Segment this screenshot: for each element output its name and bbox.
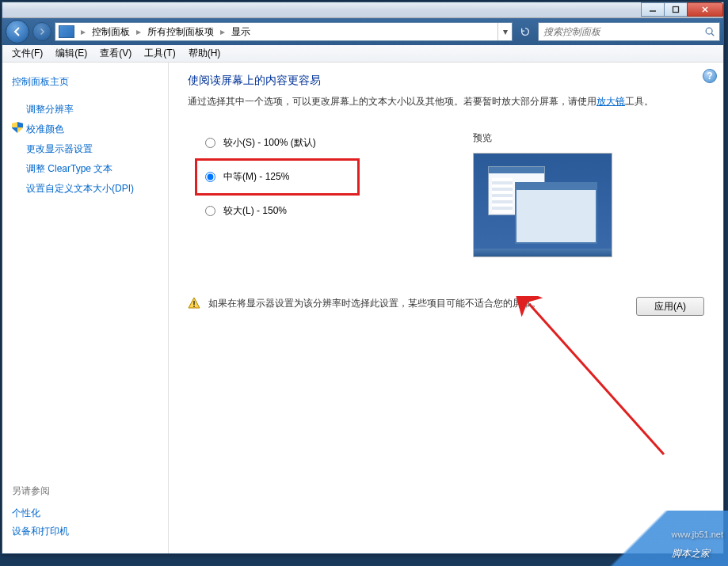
size-options: 较小(S) - 100% (默认) 中等(M) - 125% 较大(L) - 1… bbox=[188, 131, 473, 257]
window-buttons bbox=[642, 2, 723, 17]
titlebar bbox=[2, 2, 723, 18]
chevron-right-icon[interactable]: ▸ bbox=[78, 26, 89, 37]
menu-edit[interactable]: 编辑(E) bbox=[49, 45, 93, 62]
radio-large[interactable] bbox=[205, 206, 215, 216]
option-small-label: 较小(S) - 100% (默认) bbox=[223, 136, 316, 150]
sidebar-related-devices[interactable]: 设备和打印机 bbox=[12, 522, 158, 541]
svg-point-7 bbox=[193, 306, 195, 307]
content-area: 控制面板主页 调整分辨率 校准颜色 更改显示器设置 调整 ClearType 文… bbox=[2, 63, 723, 553]
option-large[interactable]: 较大(L) - 150% bbox=[202, 199, 473, 222]
sidebar-link-dpi[interactable]: 设置自定义文本大小(DPI) bbox=[12, 179, 158, 199]
breadcrumb-leaf[interactable]: 显示 bbox=[228, 23, 253, 40]
address-bar[interactable]: ▸ 控制面板 ▸ 所有控制面板项 ▸ 显示 ▾ bbox=[55, 22, 513, 41]
sidebar-link-display-settings[interactable]: 更改显示器设置 bbox=[12, 139, 158, 159]
main-panel: ? 使阅读屏幕上的内容更容易 通过选择其中一个选项，可以更改屏幕上的文本大小以及… bbox=[169, 63, 723, 553]
preview-taskbar bbox=[474, 249, 612, 256]
control-panel-window: ▸ 控制面板 ▸ 所有控制面板项 ▸ 显示 ▾ 文件(F) 编辑(E) 查看(V… bbox=[2, 2, 724, 554]
page-title: 使阅读屏幕上的内容更容易 bbox=[188, 74, 704, 88]
sidebar-link-cleartype[interactable]: 调整 ClearType 文本 bbox=[12, 159, 158, 179]
search-icon[interactable] bbox=[700, 26, 719, 37]
preview-window-front bbox=[515, 182, 597, 244]
warning-icon bbox=[188, 297, 200, 310]
annotation-arrow bbox=[513, 296, 688, 470]
warning-row: 如果在将显示器设置为该分辨率时选择此设置，某些项目可能不适合您的屏幕。 应用(A… bbox=[188, 297, 704, 316]
search-box[interactable] bbox=[538, 22, 720, 41]
sidebar-link-resolution[interactable]: 调整分辨率 bbox=[12, 100, 158, 120]
preview-image bbox=[473, 153, 612, 257]
breadcrumb-root[interactable]: 控制面板 bbox=[89, 23, 133, 40]
option-small[interactable]: 较小(S) - 100% (默认) bbox=[202, 131, 473, 154]
sidebar-home[interactable]: 控制面板主页 bbox=[12, 75, 158, 89]
menu-help[interactable]: 帮助(H) bbox=[182, 45, 227, 62]
nav-forward-button[interactable] bbox=[32, 22, 51, 41]
radio-medium[interactable] bbox=[205, 172, 215, 182]
chevron-right-icon[interactable]: ▸ bbox=[133, 26, 144, 37]
maximize-button[interactable] bbox=[664, 2, 688, 17]
sidebar-see-also-label: 另请参阅 bbox=[12, 484, 158, 498]
address-dropdown[interactable]: ▾ bbox=[497, 23, 512, 40]
sidebar: 控制面板主页 调整分辨率 校准颜色 更改显示器设置 调整 ClearType 文… bbox=[2, 63, 169, 553]
option-medium-label: 中等(M) - 125% bbox=[223, 170, 289, 184]
chevron-right-icon[interactable]: ▸ bbox=[217, 26, 228, 37]
option-medium[interactable]: 中等(M) - 125% bbox=[202, 165, 353, 188]
svg-rect-1 bbox=[673, 7, 679, 13]
close-button[interactable] bbox=[687, 2, 723, 17]
nav-back-button[interactable] bbox=[6, 20, 29, 44]
apply-button[interactable]: 应用(A) bbox=[636, 297, 704, 316]
sidebar-link-calibrate[interactable]: 校准颜色 bbox=[12, 120, 158, 139]
desc-text-2: 工具。 bbox=[625, 96, 654, 107]
svg-line-8 bbox=[529, 304, 664, 454]
preview-label: 预览 bbox=[473, 131, 704, 145]
nav-bar: ▸ 控制面板 ▸ 所有控制面板项 ▸ 显示 ▾ bbox=[2, 18, 723, 45]
menu-file[interactable]: 文件(F) bbox=[6, 45, 49, 62]
sidebar-related-personalization[interactable]: 个性化 bbox=[12, 504, 158, 522]
refresh-button[interactable] bbox=[516, 22, 535, 41]
menu-tools[interactable]: 工具(T) bbox=[138, 45, 181, 62]
breadcrumb-mid[interactable]: 所有控制面板项 bbox=[144, 23, 217, 40]
magnifier-link[interactable]: 放大镜 bbox=[597, 96, 625, 107]
options-row: 较小(S) - 100% (默认) 中等(M) - 125% 较大(L) - 1… bbox=[188, 131, 704, 257]
panel-icon bbox=[59, 25, 74, 38]
desc-text-1: 通过选择其中一个选项，可以更改屏幕上的文本大小以及其他项。若要暂时放大部分屏幕，… bbox=[188, 96, 597, 107]
search-input[interactable] bbox=[539, 26, 700, 37]
preview-section: 预览 bbox=[473, 131, 704, 257]
warning-text: 如果在将显示器设置为该分辨率时选择此设置，某些项目可能不适合您的屏幕。 bbox=[208, 297, 609, 310]
menu-bar: 文件(F) 编辑(E) 查看(V) 工具(T) 帮助(H) bbox=[2, 45, 723, 63]
page-description: 通过选择其中一个选项，可以更改屏幕上的文本大小以及其他项。若要暂时放大部分屏幕，… bbox=[188, 94, 704, 109]
radio-small[interactable] bbox=[205, 138, 215, 148]
svg-point-4 bbox=[706, 28, 712, 34]
svg-line-5 bbox=[711, 33, 714, 36]
minimize-button[interactable] bbox=[641, 2, 665, 17]
menu-view[interactable]: 查看(V) bbox=[93, 45, 138, 62]
help-icon[interactable]: ? bbox=[703, 69, 717, 83]
option-large-label: 较大(L) - 150% bbox=[223, 204, 287, 218]
